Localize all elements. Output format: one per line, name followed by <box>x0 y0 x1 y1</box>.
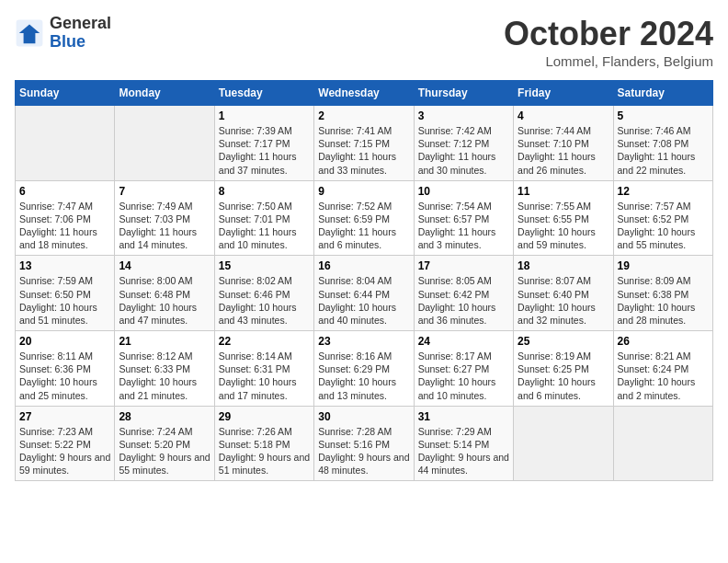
calendar-week-row: 20Sunrise: 8:11 AMSunset: 6:36 PMDayligh… <box>16 331 713 407</box>
calendar-cell: 29Sunrise: 7:26 AMSunset: 5:18 PMDayligh… <box>214 406 313 481</box>
day-number: 20 <box>19 335 110 348</box>
day-info: Sunrise: 7:24 AMSunset: 5:20 PMDaylight:… <box>119 425 210 477</box>
day-info: Sunrise: 8:21 AMSunset: 6:24 PMDaylight:… <box>618 350 709 402</box>
calendar-table: SundayMondayTuesdayWednesdayThursdayFrid… <box>15 80 713 481</box>
weekday-header: Saturday <box>613 81 712 106</box>
day-info: Sunrise: 7:49 AMSunset: 7:03 PMDaylight:… <box>119 200 210 252</box>
day-number: 22 <box>219 335 310 348</box>
calendar-cell: 1Sunrise: 7:39 AMSunset: 7:17 PMDaylight… <box>214 106 313 181</box>
page-header: General Blue October 2024 Lommel, Flande… <box>15 15 713 69</box>
calendar-week-row: 13Sunrise: 7:59 AMSunset: 6:50 PMDayligh… <box>16 256 713 331</box>
day-number: 23 <box>318 335 409 348</box>
calendar-cell <box>16 106 115 181</box>
calendar-cell: 5Sunrise: 7:46 AMSunset: 7:08 PMDaylight… <box>613 106 712 181</box>
logo: General Blue <box>15 15 111 52</box>
calendar-cell: 24Sunrise: 8:17 AMSunset: 6:27 PMDayligh… <box>414 331 513 407</box>
day-info: Sunrise: 8:04 AMSunset: 6:44 PMDaylight:… <box>318 274 409 327</box>
day-number: 19 <box>618 259 709 272</box>
calendar-cell: 25Sunrise: 8:19 AMSunset: 6:25 PMDayligh… <box>514 331 613 407</box>
day-info: Sunrise: 7:39 AMSunset: 7:17 PMDaylight:… <box>219 124 310 177</box>
calendar-cell: 17Sunrise: 8:05 AMSunset: 6:42 PMDayligh… <box>414 256 513 331</box>
day-number: 11 <box>518 185 609 198</box>
day-info: Sunrise: 7:47 AMSunset: 7:06 PMDaylight:… <box>19 200 110 252</box>
day-info: Sunrise: 8:12 AMSunset: 6:33 PMDaylight:… <box>119 350 210 402</box>
calendar-cell: 23Sunrise: 8:16 AMSunset: 6:29 PMDayligh… <box>314 331 414 407</box>
day-info: Sunrise: 8:19 AMSunset: 6:25 PMDaylight:… <box>518 350 609 402</box>
calendar-cell: 6Sunrise: 7:47 AMSunset: 7:06 PMDaylight… <box>16 180 115 256</box>
day-info: Sunrise: 7:55 AMSunset: 6:55 PMDaylight:… <box>518 200 609 252</box>
day-number: 5 <box>618 109 709 122</box>
day-info: Sunrise: 8:17 AMSunset: 6:27 PMDaylight:… <box>418 350 509 402</box>
calendar-cell: 21Sunrise: 8:12 AMSunset: 6:33 PMDayligh… <box>115 331 214 407</box>
day-info: Sunrise: 8:00 AMSunset: 6:48 PMDaylight:… <box>119 274 210 327</box>
calendar-body: 1Sunrise: 7:39 AMSunset: 7:17 PMDaylight… <box>16 106 713 481</box>
calendar-cell: 2Sunrise: 7:41 AMSunset: 7:15 PMDaylight… <box>314 106 414 181</box>
day-info: Sunrise: 8:05 AMSunset: 6:42 PMDaylight:… <box>418 274 509 327</box>
day-info: Sunrise: 7:44 AMSunset: 7:10 PMDaylight:… <box>518 124 609 177</box>
calendar-week-row: 1Sunrise: 7:39 AMSunset: 7:17 PMDaylight… <box>16 106 713 181</box>
day-number: 29 <box>219 410 310 423</box>
calendar-cell: 11Sunrise: 7:55 AMSunset: 6:55 PMDayligh… <box>514 180 613 256</box>
day-info: Sunrise: 7:23 AMSunset: 5:22 PMDaylight:… <box>19 425 110 477</box>
calendar-week-row: 6Sunrise: 7:47 AMSunset: 7:06 PMDaylight… <box>16 180 713 256</box>
day-number: 24 <box>418 335 509 348</box>
weekday-header: Friday <box>514 81 613 106</box>
calendar-cell: 4Sunrise: 7:44 AMSunset: 7:10 PMDaylight… <box>514 106 613 181</box>
calendar-cell: 16Sunrise: 8:04 AMSunset: 6:44 PMDayligh… <box>314 256 414 331</box>
day-info: Sunrise: 7:50 AMSunset: 7:01 PMDaylight:… <box>219 200 310 252</box>
calendar-cell: 20Sunrise: 8:11 AMSunset: 6:36 PMDayligh… <box>16 331 115 407</box>
day-number: 3 <box>418 109 509 122</box>
day-number: 1 <box>219 109 310 122</box>
day-number: 16 <box>318 259 409 272</box>
day-number: 31 <box>418 410 509 423</box>
calendar-cell: 7Sunrise: 7:49 AMSunset: 7:03 PMDaylight… <box>115 180 214 256</box>
day-info: Sunrise: 7:52 AMSunset: 6:59 PMDaylight:… <box>318 200 409 252</box>
calendar-cell <box>514 406 613 481</box>
calendar-cell: 19Sunrise: 8:09 AMSunset: 6:38 PMDayligh… <box>613 256 712 331</box>
calendar-cell: 28Sunrise: 7:24 AMSunset: 5:20 PMDayligh… <box>115 406 214 481</box>
weekday-header: Wednesday <box>314 81 414 106</box>
month-title: October 2024 <box>504 15 713 53</box>
day-info: Sunrise: 7:46 AMSunset: 7:08 PMDaylight:… <box>618 124 709 177</box>
day-info: Sunrise: 7:54 AMSunset: 6:57 PMDaylight:… <box>418 200 509 252</box>
day-number: 13 <box>19 259 110 272</box>
day-info: Sunrise: 8:16 AMSunset: 6:29 PMDaylight:… <box>318 350 409 402</box>
calendar-week-row: 27Sunrise: 7:23 AMSunset: 5:22 PMDayligh… <box>16 406 713 481</box>
day-info: Sunrise: 7:42 AMSunset: 7:12 PMDaylight:… <box>418 124 509 177</box>
weekday-header: Sunday <box>16 81 115 106</box>
day-number: 28 <box>119 410 210 423</box>
calendar-cell: 18Sunrise: 8:07 AMSunset: 6:40 PMDayligh… <box>514 256 613 331</box>
day-number: 7 <box>119 185 210 198</box>
day-number: 25 <box>518 335 609 348</box>
day-info: Sunrise: 8:02 AMSunset: 6:46 PMDaylight:… <box>219 274 310 327</box>
day-info: Sunrise: 7:57 AMSunset: 6:52 PMDaylight:… <box>618 200 709 252</box>
day-number: 4 <box>518 109 609 122</box>
day-number: 6 <box>19 185 110 198</box>
logo-icon <box>15 18 44 48</box>
calendar-header: SundayMondayTuesdayWednesdayThursdayFrid… <box>16 81 713 106</box>
day-number: 17 <box>418 259 509 272</box>
calendar-cell: 31Sunrise: 7:29 AMSunset: 5:14 PMDayligh… <box>414 406 513 481</box>
calendar-cell: 26Sunrise: 8:21 AMSunset: 6:24 PMDayligh… <box>613 331 712 407</box>
day-info: Sunrise: 8:07 AMSunset: 6:40 PMDaylight:… <box>518 274 609 327</box>
day-info: Sunrise: 7:28 AMSunset: 5:16 PMDaylight:… <box>318 425 409 477</box>
weekday-header: Monday <box>115 81 214 106</box>
calendar-cell: 12Sunrise: 7:57 AMSunset: 6:52 PMDayligh… <box>613 180 712 256</box>
day-info: Sunrise: 8:14 AMSunset: 6:31 PMDaylight:… <box>219 350 310 402</box>
title-block: October 2024 Lommel, Flanders, Belgium <box>504 15 713 69</box>
weekday-header: Tuesday <box>214 81 313 106</box>
day-number: 9 <box>318 185 409 198</box>
location: Lommel, Flanders, Belgium <box>504 53 713 69</box>
calendar-cell: 10Sunrise: 7:54 AMSunset: 6:57 PMDayligh… <box>414 180 513 256</box>
calendar-cell: 8Sunrise: 7:50 AMSunset: 7:01 PMDaylight… <box>214 180 313 256</box>
calendar-cell: 14Sunrise: 8:00 AMSunset: 6:48 PMDayligh… <box>115 256 214 331</box>
day-number: 2 <box>318 109 409 122</box>
calendar-cell: 15Sunrise: 8:02 AMSunset: 6:46 PMDayligh… <box>214 256 313 331</box>
day-number: 8 <box>219 185 310 198</box>
day-number: 27 <box>19 410 110 423</box>
day-info: Sunrise: 7:41 AMSunset: 7:15 PMDaylight:… <box>318 124 409 177</box>
day-info: Sunrise: 8:11 AMSunset: 6:36 PMDaylight:… <box>19 350 110 402</box>
day-info: Sunrise: 7:26 AMSunset: 5:18 PMDaylight:… <box>219 425 310 477</box>
logo-blue: Blue <box>50 33 111 52</box>
day-number: 14 <box>119 259 210 272</box>
